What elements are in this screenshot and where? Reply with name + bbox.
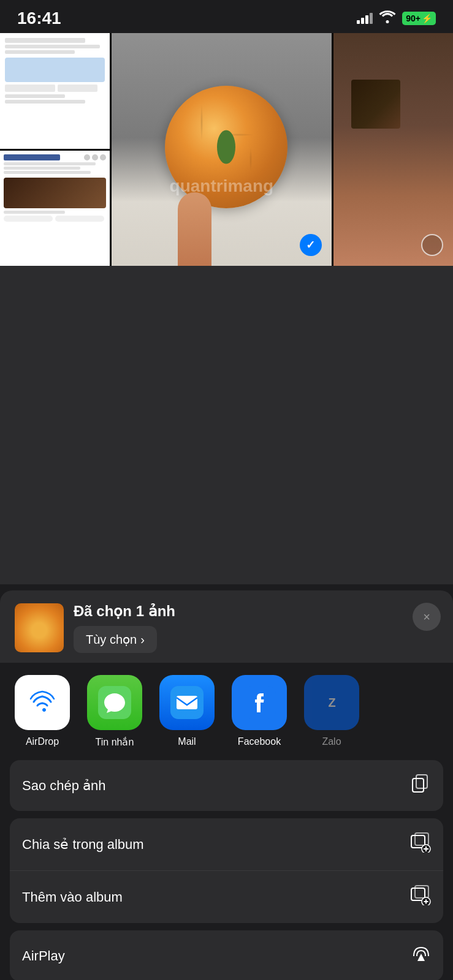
copy-icon [411, 774, 431, 797]
airdrop-label: AirDrop [26, 736, 59, 747]
zalo-icon: Z [304, 675, 359, 730]
app-airdrop[interactable]: AirDrop [15, 675, 70, 748]
mail-label: Mail [178, 736, 196, 747]
airplay-label: AirPlay [22, 948, 65, 964]
messages-label: Tin nhắn [96, 736, 134, 748]
svg-rect-3 [177, 696, 197, 709]
app-facebook[interactable]: Facebook [232, 675, 287, 748]
selection-empty-icon[interactable] [421, 234, 443, 256]
share-album-row[interactable]: Chia sẻ trong album [10, 818, 443, 870]
background-content: quantrimang ✓ [0, 33, 453, 584]
share-album-label: Chia sẻ trong album [22, 837, 144, 853]
app-mail[interactable]: Mail [159, 675, 215, 748]
svg-rect-5 [413, 778, 424, 792]
share-title-section: Đã chọn 1 ảnh Tùy chọn › [74, 603, 438, 653]
status-time: 16:41 [17, 9, 61, 28]
action-group-1: Sao chép ảnh [10, 760, 443, 811]
airplay-row[interactable]: AirPlay [10, 930, 443, 980]
signal-icon [357, 13, 373, 24]
add-album-row[interactable]: Thêm vào album [10, 870, 443, 923]
action-group-3: AirPlay [10, 930, 443, 980]
add-album-icon [410, 884, 431, 910]
airdrop-icon [15, 675, 70, 730]
airplay-icon [411, 944, 431, 968]
watermark: quantrimang [170, 176, 274, 196]
svg-marker-17 [417, 954, 425, 961]
action-group-2: Chia sẻ trong album Thêm vào album [10, 818, 443, 923]
share-sheet: Đã chọn 1 ảnh Tùy chọn › × [0, 584, 453, 980]
facebook-icon [232, 675, 287, 730]
facebook-label: Facebook [238, 736, 281, 747]
share-thumbnail [15, 603, 64, 652]
share-album-icon [410, 832, 431, 857]
app-zalo[interactable]: Z Zalo [304, 675, 359, 748]
copy-photo-row[interactable]: Sao chép ảnh [10, 760, 443, 811]
right-photo[interactable] [333, 33, 453, 266]
copy-photo-label: Sao chép ảnh [22, 778, 106, 794]
wifi-icon [379, 10, 396, 27]
add-album-label: Thêm vào album [22, 889, 123, 905]
thumbnail-image [15, 603, 64, 652]
selection-check-icon[interactable]: ✓ [300, 234, 322, 256]
sub-photo-top [0, 33, 110, 149]
mail-icon [159, 675, 215, 730]
battery-indicator: 90+ ⚡ [402, 12, 436, 25]
photo-grid: quantrimang ✓ [0, 33, 453, 266]
close-button[interactable]: × [413, 603, 441, 631]
apps-row: AirDrop Tin nhắn [0, 663, 453, 760]
status-icons: 90+ ⚡ [357, 10, 436, 27]
sub-photo-bottom [0, 151, 110, 266]
share-header: Đã chọn 1 ảnh Tùy chọn › × [0, 590, 453, 663]
share-title: Đã chọn 1 ảnh [74, 603, 438, 620]
main-photo[interactable]: quantrimang ✓ [112, 33, 331, 266]
zalo-label: Zalo [322, 736, 341, 747]
photo-left-column [0, 33, 110, 266]
app-messages[interactable]: Tin nhắn [87, 675, 142, 748]
messages-icon [87, 675, 142, 730]
svg-rect-6 [416, 775, 427, 788]
status-bar: 16:41 90+ ⚡ [0, 0, 453, 33]
options-button[interactable]: Tùy chọn › [74, 626, 157, 653]
